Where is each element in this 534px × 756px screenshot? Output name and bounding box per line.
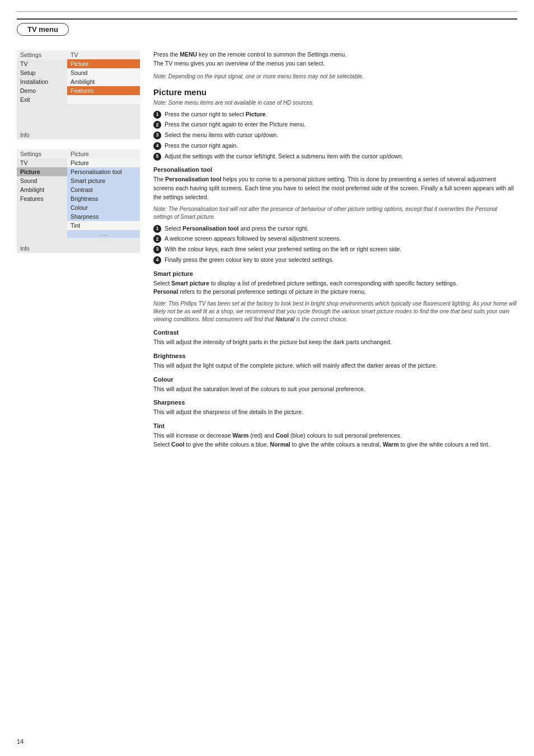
menu2-left-sound: Sound: [17, 176, 67, 185]
step-number-2: 2: [153, 121, 161, 129]
p-step-4-text: Finally press the green colour key to st…: [165, 256, 334, 265]
p-step-num-4: 4: [153, 256, 161, 264]
picture-step-2: 2 Press the cursor right again to enter …: [153, 120, 517, 129]
step-number-4: 4: [153, 142, 161, 150]
menu1-header-right: TV: [67, 50, 140, 59]
menu2-left-picture: Picture: [17, 167, 67, 176]
menu2-empty1: [17, 238, 140, 245]
tint-body1: This will increase or decrease Warm (red…: [153, 431, 517, 449]
menu1-right-features: Features: [67, 86, 140, 95]
menu1-left-exit: Exit: [17, 95, 67, 104]
menu1-left-installation: Installation: [17, 77, 67, 86]
menu2-left-empty4: [17, 230, 67, 238]
sharpness-title: Sharpness: [153, 399, 517, 406]
menu1-left-demo: Demo: [17, 86, 67, 95]
picture-step-3-text: Select the menu items with cursor up/dow…: [165, 131, 278, 140]
picture-step-3: 3 Select the menu items with cursor up/d…: [153, 131, 517, 140]
menu-table-1: Settings TV TV Picture Setup Sound Insta…: [17, 50, 140, 139]
menu2-info: Info: [17, 245, 140, 253]
contrast-body: This will adjust the intensity of bright…: [153, 338, 517, 347]
step-number-1: 1: [153, 111, 161, 119]
menu2-right-smart: Smart picture: [67, 176, 140, 185]
menu2-row-colour: Colour: [17, 203, 140, 212]
smart-picture-title: Smart picture: [153, 270, 517, 277]
menu2-right-picture: Picture: [67, 158, 140, 167]
personalisation-step-3: 3 With the colour keys, each time select…: [153, 245, 517, 254]
colour-section: Colour This will adjust the saturation l…: [153, 376, 517, 394]
personalisation-body: The Personalisation tool helps you to co…: [153, 175, 517, 201]
right-column: Press the MENU key on the remote control…: [153, 50, 517, 453]
page-header: TV menu: [17, 18, 517, 41]
page-title: TV menu: [17, 23, 69, 36]
menu2-right-colour: Colour: [67, 203, 140, 212]
colour-body: This will adjust the saturation level of…: [153, 385, 517, 394]
picture-step-2-text: Press the cursor right again to enter th…: [165, 120, 306, 129]
menu2-right-tint: Tint: [67, 221, 140, 230]
menu1-row-setup: Setup Sound: [17, 68, 140, 77]
menu2-row-sound: Sound Smart picture: [17, 176, 140, 185]
menu1-empty4: [17, 124, 140, 131]
menu1-left-setup: Setup: [17, 68, 67, 77]
personalisation-step-2: 2 A welcome screen appears followed by s…: [153, 234, 517, 243]
menu2-row-tv: TV Picture: [17, 158, 140, 167]
menu1-right-ambilight: Ambilight: [67, 77, 140, 86]
menu2-left-empty3: [17, 221, 67, 230]
menu2-right-sharpness: Sharpness: [67, 212, 140, 221]
menu2-right-personalisation: Personalisation tool: [67, 167, 140, 176]
personalisation-note: Note: The Personalisation tool will not …: [153, 205, 517, 221]
picture-step-5-text: Adjust the settings with the cursor left…: [165, 152, 404, 161]
colour-title: Colour: [153, 376, 517, 383]
tint-title: Tint: [153, 422, 517, 429]
intro-note: Note: Depending on the input signal, one…: [153, 73, 517, 81]
menu2-row-dotted: ......: [17, 230, 140, 238]
smart-picture-note: Note: This Philips TV has been set at th…: [153, 300, 517, 323]
personalisation-section: Personalisation tool The Personalisation…: [153, 166, 517, 264]
menu2-right-contrast: Contrast: [67, 185, 140, 194]
menu2-left-tv: TV: [17, 158, 67, 167]
menu1-row-tv: TV Picture: [17, 59, 140, 68]
p-step-num-1: 1: [153, 225, 161, 233]
p-step-num-3: 3: [153, 246, 161, 253]
menu1-empty3: [17, 118, 140, 124]
personalisation-title: Personalisation tool: [153, 166, 517, 173]
smart-picture-section: Smart picture Select Smart picture to di…: [153, 270, 517, 324]
picture-step-5: 5 Adjust the settings with the cursor le…: [153, 152, 517, 161]
tint-section: Tint This will increase or decrease Warm…: [153, 422, 517, 449]
p-step-num-2: 2: [153, 235, 161, 243]
menu1-row-installation: Installation Ambilight: [17, 77, 140, 86]
menu2-header-left: Settings: [17, 149, 67, 158]
step-number-3: 3: [153, 132, 161, 139]
menu2-left-ambilight: Ambilight: [17, 185, 67, 194]
personalisation-step-4: 4 Finally press the green colour key to …: [153, 256, 517, 265]
menu1-empty1: [17, 104, 140, 111]
menu2-left-empty2: [17, 212, 67, 221]
picture-menu-steps: 1 Press the cursor right to select Pictu…: [153, 110, 517, 161]
intro-text: Press the MENU key on the remote control…: [153, 50, 517, 68]
menu2-left-empty1: [17, 203, 67, 212]
menu1-info-label: Info: [17, 131, 67, 139]
menu-table-2: Settings Picture TV Picture Picture Pers…: [17, 149, 140, 253]
personalisation-steps: 1 Select Personalisation tool and press …: [153, 224, 517, 265]
picture-menu-note: Note: Some menu items are not available …: [153, 99, 517, 107]
sharpness-body: This will adjust the sharpness of fine d…: [153, 408, 517, 417]
picture-menu-section: Picture menu Note: Some menu items are n…: [153, 87, 517, 161]
menu1-info-right: [67, 131, 140, 139]
menu1-right-exit: [67, 95, 140, 104]
picture-step-1-text: Press the cursor right to select Picture…: [165, 110, 267, 119]
p-step-3-text: With the colour keys, each time select y…: [165, 245, 401, 254]
menu2-header: Settings Picture: [17, 149, 140, 158]
menu1-row-exit: Exit: [17, 95, 140, 104]
menu2-row-features: Features Brightness: [17, 194, 140, 203]
menu1-empty2: [17, 111, 140, 118]
menu1-right-sound: Sound: [67, 68, 140, 77]
menu1-info: Info: [17, 131, 140, 139]
left-column: Settings TV TV Picture Setup Sound Insta…: [17, 50, 140, 453]
brightness-title: Brightness: [153, 353, 517, 359]
brightness-body: This will adjust the light output of the…: [153, 361, 517, 370]
menu2-row-picture: Picture Personalisation tool: [17, 167, 140, 176]
picture-step-1: 1 Press the cursor right to select Pictu…: [153, 110, 517, 119]
sharpness-section: Sharpness This will adjust the sharpness…: [153, 399, 517, 417]
menu2-row-ambilight: Ambilight Contrast: [17, 185, 140, 194]
picture-menu-title: Picture menu: [153, 87, 517, 97]
picture-step-4: 4 Press the cursor right again.: [153, 142, 517, 151]
